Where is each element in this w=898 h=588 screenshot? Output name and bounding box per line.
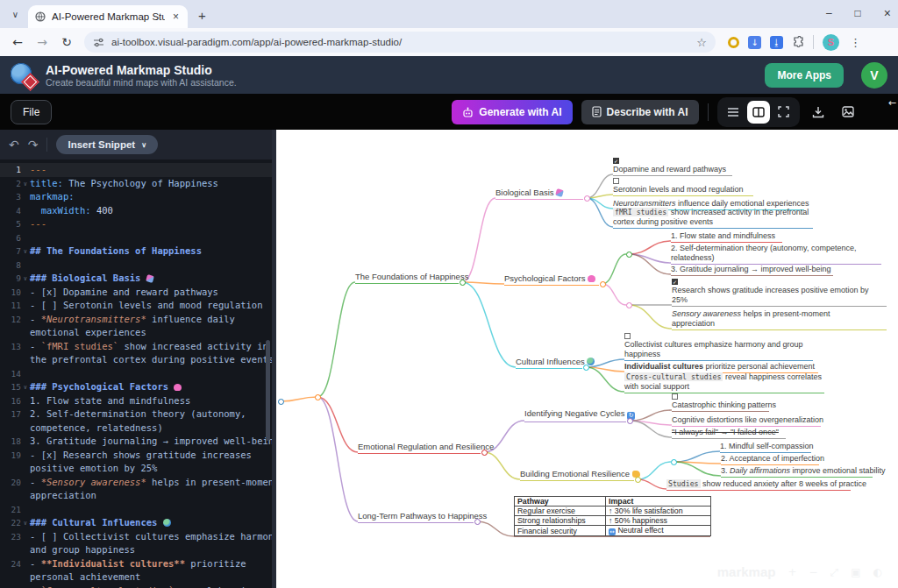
window-close-button[interactable]: × — [884, 6, 891, 20]
download-button[interactable] — [807, 101, 830, 124]
insert-snippet-button[interactable]: Insert Snippet∨ — [56, 135, 158, 154]
extension-save-icon[interactable]: ⭳ — [770, 36, 783, 49]
back-button[interactable]: ← — [7, 32, 28, 53]
mindmap-node-circle[interactable] — [600, 281, 606, 287]
reload-button[interactable]: ↻ — [56, 32, 77, 53]
fold-arrow-icon[interactable]: ∨ — [24, 245, 27, 259]
fit-view-icon[interactable]: ⤢ — [830, 566, 839, 578]
editor-line: 161. Flow state and mindfulness — [0, 394, 272, 408]
table-branch-underline — [514, 536, 710, 537]
split-view-icon — [752, 107, 765, 117]
mindmap-node-circle[interactable] — [635, 477, 641, 483]
browser-tab-strip: ∨ AI-Powered Markmap Studio × + – □ × — [0, 0, 898, 28]
mindmap-node-be1: 1. Mindful self-compassion — [720, 442, 811, 453]
code-editor[interactable]: 1---2∨title: The Psychology of Happiness… — [0, 159, 272, 588]
forward-button[interactable]: → — [32, 32, 53, 53]
mindmap-node-foundations: The Foundations of Happiness — [355, 273, 459, 284]
editor-scrollbar-thumb[interactable] — [266, 340, 270, 441]
mindmap-node-inc: Identifying Negative Cycles ↻ — [524, 409, 626, 422]
zoom-in-icon[interactable]: + — [788, 566, 796, 578]
editor-line: 3markmap: — [0, 190, 272, 204]
mindmap-node-circle[interactable] — [315, 394, 321, 400]
mindmap-node-be2: 2. Acceptance of imperfection — [721, 454, 819, 465]
window-minimize-button[interactable]: – — [826, 7, 832, 19]
tab-close-icon[interactable]: × — [171, 11, 181, 23]
mindmap-node-bio: Biological Basis — [495, 188, 583, 200]
view-fullscreen-button[interactable] — [773, 101, 795, 124]
site-settings-icon[interactable] — [93, 38, 104, 47]
checkbox-unchecked[interactable] — [672, 393, 678, 400]
mindmap-node-emotional: Emotional Regulation and Resilience — [358, 443, 481, 454]
redo-icon[interactable]: ↷ — [28, 138, 39, 152]
robot-icon — [462, 107, 474, 117]
undo-icon[interactable]: ↶ — [9, 138, 19, 152]
more-apps-button[interactable]: More Apps — [765, 63, 844, 88]
editor-line: the prefrontal cortex during positive ev… — [0, 353, 272, 367]
address-bar[interactable]: ai-toolbox.visual-paradigm.com/app/ai-po… — [84, 32, 716, 53]
describe-with-ai-button[interactable]: Describe with AI — [581, 100, 699, 124]
view-editor-only-button[interactable] — [722, 101, 745, 124]
globe-favicon-icon — [35, 11, 46, 22]
fold-arrow-icon[interactable]: ∨ — [24, 381, 27, 395]
globe-emoji-icon — [163, 519, 171, 527]
mindmap-node-circle[interactable] — [626, 251, 632, 258]
extension-ring-icon[interactable] — [728, 37, 739, 48]
new-tab-button[interactable]: + — [198, 8, 206, 23]
fold-arrow-icon[interactable]: ∨ — [24, 517, 27, 531]
editor-line: 20- *Sensory awareness* helps in present… — [0, 476, 272, 490]
app-toolbar: File Generate with AI Describe with AI ← — [0, 94, 898, 130]
theme-toggle-icon[interactable]: ◐ — [873, 566, 882, 578]
editor-line: 172. Self-determination theory (autonomy… — [0, 407, 272, 422]
user-avatar[interactable]: V — [861, 62, 887, 89]
browser-tab[interactable]: AI-Powered Markmap Studio × — [28, 5, 188, 28]
editor-line: 6 — [0, 231, 272, 245]
mindmap-node-psych: Psychological Factors — [504, 274, 599, 286]
editor-line: 15∨### Psychological Factors — [0, 380, 272, 394]
markmap-brand: markmap — [717, 564, 776, 579]
checkbox-unchecked[interactable] — [624, 333, 631, 339]
tab-title: AI-Powered Markmap Studio — [52, 11, 165, 22]
mindmap-node-circle[interactable] — [481, 450, 488, 456]
tab-search-button[interactable]: ∨ — [8, 7, 23, 22]
browser-profile-avatar[interactable]: S — [823, 34, 839, 51]
mindmap-node-circle[interactable] — [583, 365, 589, 371]
recenter-icon[interactable]: ▣ — [851, 566, 860, 578]
mindmap-node-ps4: ✓Research shows gratitude increases posi… — [672, 279, 887, 306]
checkbox-checked[interactable]: ✓ — [672, 279, 678, 285]
editor-line: 21 — [0, 503, 272, 517]
mindmap-node-circle[interactable] — [627, 418, 633, 424]
divider — [708, 103, 709, 121]
editor-line: 23- [ ] Collectivist cultures emphasize … — [0, 530, 272, 544]
file-menu-button[interactable]: File — [11, 100, 52, 124]
dna-emoji-icon — [555, 188, 564, 197]
mindmap-node-in3: "I always fail" → "I failed once" — [672, 428, 786, 439]
extension-download-icon[interactable]: ↓ — [748, 36, 761, 49]
checkbox-checked[interactable]: ✓ — [613, 158, 619, 164]
export-image-button[interactable] — [837, 101, 859, 124]
collapse-panel-arrow-icon[interactable]: ← — [888, 97, 896, 109]
checkbox-unchecked[interactable] — [613, 178, 619, 184]
mindmap-node-circle[interactable] — [671, 459, 677, 465]
mindmap-node-circle[interactable] — [474, 519, 481, 525]
mindmap-node-bio4: fMRI studies show increased activity in … — [613, 208, 813, 228]
editor-line: personal achievement — [0, 570, 272, 584]
mindmap-node-circle[interactable] — [278, 399, 284, 405]
fold-arrow-icon[interactable]: ∨ — [24, 273, 27, 287]
editor-line: 12- *Neurotransmitters* influence daily — [0, 313, 272, 327]
mindmap-pane[interactable]: markmap + − ⤢ ▣ ◐ The Foundations of Hap… — [272, 130, 898, 588]
extensions-puzzle-icon[interactable] — [792, 36, 804, 48]
mindmap-node-circle[interactable] — [626, 302, 632, 308]
zoom-out-icon[interactable]: − — [809, 566, 818, 578]
generate-with-ai-button[interactable]: Generate with AI — [452, 100, 572, 124]
brain-emoji-icon — [588, 275, 595, 282]
editor-line: 10- [x] Dopamine and reward pathways — [0, 286, 272, 300]
brain-emoji-icon — [174, 384, 182, 391]
bookmark-star-icon[interactable]: ☆ — [696, 36, 707, 49]
editor-line: 22∨### Cultural Influences — [0, 516, 272, 530]
mindmap-node-circle[interactable] — [584, 195, 590, 202]
browser-menu-icon[interactable]: ⋮ — [850, 36, 861, 49]
view-split-button[interactable] — [747, 101, 770, 124]
fold-arrow-icon[interactable]: ∨ — [24, 178, 27, 192]
mindmap-node-circle[interactable] — [460, 280, 466, 286]
window-maximize-button[interactable]: □ — [855, 7, 861, 19]
